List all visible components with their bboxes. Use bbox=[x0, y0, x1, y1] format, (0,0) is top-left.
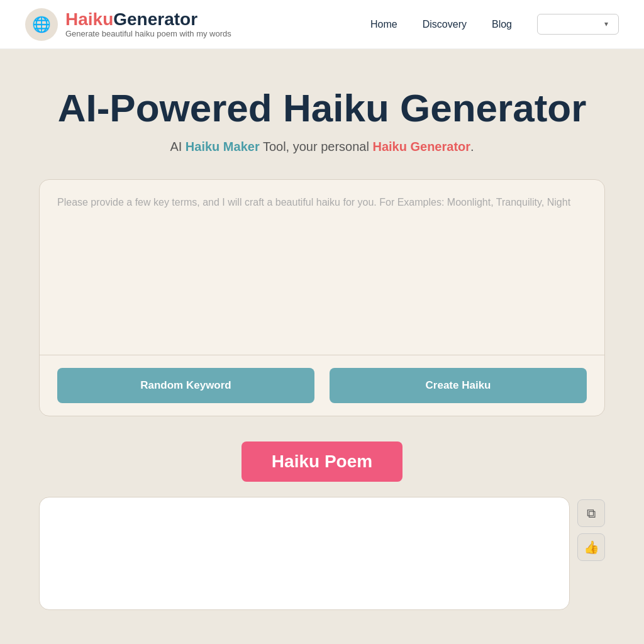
hero-subtitle: AI Haiku Maker Tool, your personal Haiku… bbox=[170, 140, 474, 154]
subtitle-link1[interactable]: Haiku Maker bbox=[186, 140, 260, 153]
main-nav: Home Discovery Blog ▾ bbox=[370, 14, 619, 35]
button-row: Random Keyword Create Haiku bbox=[40, 355, 604, 416]
haiku-poem-section: Haiku Poem ⧉ 👍 bbox=[39, 441, 605, 610]
copy-icon: ⧉ bbox=[587, 506, 596, 521]
logo-haiku-text: Haiku bbox=[65, 9, 113, 29]
like-icon: 👍 bbox=[584, 540, 599, 555]
nav-discovery[interactable]: Discovery bbox=[423, 19, 467, 30]
input-card: Random Keyword Create Haiku bbox=[39, 179, 605, 416]
copy-button[interactable]: ⧉ bbox=[577, 499, 605, 527]
haiku-output-card bbox=[39, 497, 570, 610]
logo-text-area: HaikuGenerator Generate beautiful haiku … bbox=[65, 10, 231, 39]
subtitle-link2[interactable]: Haiku Generator bbox=[372, 140, 470, 153]
nav-dropdown[interactable]: ▾ bbox=[537, 14, 619, 35]
logo-generator-text: Generator bbox=[113, 9, 197, 29]
haiku-output-area: ⧉ 👍 bbox=[39, 497, 605, 610]
logo-area: 🌐 HaikuGenerator Generate beautiful haik… bbox=[25, 8, 370, 41]
subtitle-prefix: AI bbox=[170, 140, 182, 153]
nav-blog[interactable]: Blog bbox=[492, 19, 512, 30]
subtitle-middle: Tool, your personal bbox=[263, 140, 369, 153]
create-haiku-button[interactable]: Create Haiku bbox=[330, 368, 587, 403]
chevron-down-icon: ▾ bbox=[604, 19, 608, 29]
like-button[interactable]: 👍 bbox=[577, 533, 605, 561]
logo-title: HaikuGenerator bbox=[65, 10, 231, 30]
keyword-input[interactable] bbox=[57, 195, 587, 340]
hero-title: AI-Powered Haiku Generator bbox=[58, 87, 587, 130]
textarea-area bbox=[40, 180, 604, 355]
random-keyword-button[interactable]: Random Keyword bbox=[57, 368, 314, 403]
logo-subtitle: Generate beautiful haiku poem with my wo… bbox=[65, 29, 231, 38]
nav-home[interactable]: Home bbox=[370, 19, 397, 30]
logo-icon: 🌐 bbox=[25, 8, 58, 41]
subtitle-suffix: . bbox=[470, 140, 474, 153]
haiku-actions: ⧉ 👍 bbox=[577, 497, 605, 561]
haiku-poem-badge: Haiku Poem bbox=[242, 441, 402, 482]
